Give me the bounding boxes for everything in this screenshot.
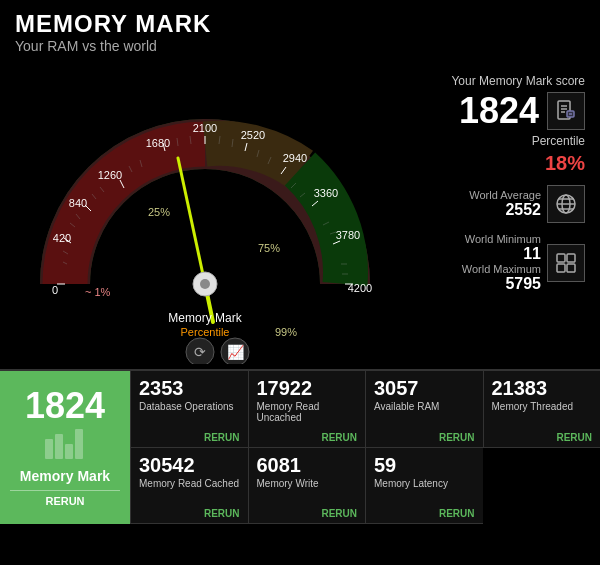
svg-text:4200: 4200 xyxy=(348,282,372,294)
svg-text:1260: 1260 xyxy=(98,169,122,181)
sub-tile-rerun-4[interactable]: RERUN xyxy=(139,508,240,519)
svg-rect-75 xyxy=(75,429,83,459)
sub-tile-6: 59 Memory Latency RERUN xyxy=(365,448,483,525)
svg-text:75%: 75% xyxy=(258,242,280,254)
svg-rect-68 xyxy=(557,254,565,262)
sub-tile-rerun-1[interactable]: RERUN xyxy=(257,432,358,443)
world-maximum-label: World Maximum xyxy=(462,263,541,275)
svg-rect-72 xyxy=(45,439,53,459)
svg-text:1680: 1680 xyxy=(146,137,170,149)
sub-tile-score-4: 30542 xyxy=(139,454,240,476)
sub-tile-label-6: Memory Latency xyxy=(374,478,475,507)
world-min-row: World Minimum 11 World Maximum 5795 xyxy=(407,233,585,293)
sub-tile-1: 17922 Memory Read Uncached RERUN xyxy=(248,371,366,448)
sub-tile-2: 3057 Available RAM RERUN xyxy=(365,371,483,448)
page-title: MEMORY MARK xyxy=(15,10,585,38)
main-content: 0 420 840 1260 1680 2100 2520 2940 3360 … xyxy=(0,59,600,369)
database-icon-box xyxy=(547,244,585,282)
sub-tiles-grid: 2353 Database Operations RERUN 17922 Mem… xyxy=(130,371,600,524)
main-tile: 1824 Memory Mark RERUN xyxy=(0,371,130,524)
sub-tile-3: 21383 Memory Threaded RERUN xyxy=(483,371,601,448)
score-label: Your Memory Mark score xyxy=(407,74,585,88)
main-tile-label: Memory Mark xyxy=(20,468,110,484)
svg-text:~ 1%: ~ 1% xyxy=(85,286,111,298)
percentile-label: Percentile xyxy=(407,134,585,148)
sub-tile-rerun-6[interactable]: RERUN xyxy=(374,508,475,519)
svg-text:420: 420 xyxy=(53,232,71,244)
svg-rect-74 xyxy=(65,444,73,459)
main-tile-score: 1824 xyxy=(25,388,105,424)
svg-rect-69 xyxy=(567,254,575,262)
sub-tile-rerun-3[interactable]: RERUN xyxy=(492,432,593,443)
percentile-value: 18% xyxy=(407,152,585,175)
sub-tile-score-5: 6081 xyxy=(257,454,358,476)
sub-tile-label-4: Memory Read Cached xyxy=(139,478,240,507)
sub-tile-5: 6081 Memory Write RERUN xyxy=(248,448,366,525)
main-tile-icon xyxy=(45,429,85,463)
svg-text:2100: 2100 xyxy=(193,122,217,134)
sub-tile-label-3: Memory Threaded xyxy=(492,401,593,430)
sub-tile-label-5: Memory Write xyxy=(257,478,358,507)
svg-text:Percentile: Percentile xyxy=(181,326,230,338)
svg-rect-70 xyxy=(557,264,565,272)
sub-tile-label-2: Available RAM xyxy=(374,401,475,430)
gauge-svg: 0 420 840 1260 1680 2100 2520 2940 3360 … xyxy=(10,64,400,364)
world-average-row: World Average 2552 xyxy=(407,185,585,223)
svg-point-50 xyxy=(200,279,210,289)
score-value: 1824 xyxy=(459,93,539,129)
svg-text:3360: 3360 xyxy=(314,187,338,199)
globe-icon-box xyxy=(547,185,585,223)
svg-rect-73 xyxy=(55,434,63,459)
report-icon-box xyxy=(547,92,585,130)
sub-tile-4: 30542 Memory Read Cached RERUN xyxy=(130,448,248,525)
header: MEMORY MARK Your RAM vs the world xyxy=(0,0,600,59)
sub-tile-score-6: 59 xyxy=(374,454,475,476)
app-container: MEMORY MARK Your RAM vs the world xyxy=(0,0,600,524)
sub-tile-rerun-0[interactable]: RERUN xyxy=(139,432,240,443)
sub-tile-score-3: 21383 xyxy=(492,377,593,399)
sub-tile-empty xyxy=(483,448,601,525)
sub-tile-score-2: 3057 xyxy=(374,377,475,399)
right-panel: Your Memory Mark score 1824 Percentile 1… xyxy=(397,64,590,364)
world-average-value: 2552 xyxy=(469,201,541,219)
world-minimum-value: 11 xyxy=(462,245,541,263)
sub-tile-rerun-2[interactable]: RERUN xyxy=(374,432,475,443)
svg-text:0: 0 xyxy=(52,284,58,296)
svg-text:Memory Mark: Memory Mark xyxy=(168,311,242,325)
svg-text:⟳: ⟳ xyxy=(194,344,206,360)
gauge-area: 0 420 840 1260 1680 2100 2520 2940 3360 … xyxy=(10,64,397,364)
tiles-area: 1824 Memory Mark RERUN 2353 Database Ope… xyxy=(0,369,600,524)
sub-tile-label-1: Memory Read Uncached xyxy=(257,401,358,430)
svg-text:3780: 3780 xyxy=(336,229,360,241)
sub-tile-label-0: Database Operations xyxy=(139,401,240,430)
svg-text:2520: 2520 xyxy=(241,129,265,141)
world-maximum-value: 5795 xyxy=(462,275,541,293)
page-subtitle: Your RAM vs the world xyxy=(15,38,585,54)
svg-text:840: 840 xyxy=(69,197,87,209)
svg-text:2940: 2940 xyxy=(283,152,307,164)
sub-tile-score-1: 17922 xyxy=(257,377,358,399)
world-minimum-label: World Minimum xyxy=(462,233,541,245)
world-average-label: World Average xyxy=(469,189,541,201)
svg-text:99%: 99% xyxy=(275,326,297,338)
sub-tile-score-0: 2353 xyxy=(139,377,240,399)
svg-rect-71 xyxy=(567,264,575,272)
sub-tile-0: 2353 Database Operations RERUN xyxy=(130,371,248,448)
main-tile-rerun-button[interactable]: RERUN xyxy=(10,490,120,507)
svg-text:25%: 25% xyxy=(148,206,170,218)
svg-text:📈: 📈 xyxy=(227,344,245,361)
sub-tile-rerun-5[interactable]: RERUN xyxy=(257,508,358,519)
